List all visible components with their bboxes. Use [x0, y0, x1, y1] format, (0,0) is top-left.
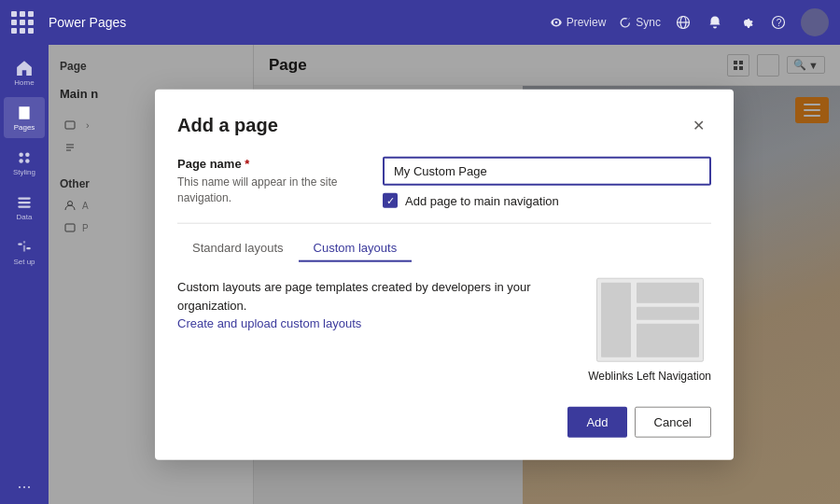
preview-button[interactable]: Preview: [550, 16, 607, 29]
preview-block-bot: [637, 324, 699, 357]
template-card-area: Weblinks Left Navigation: [588, 278, 711, 385]
create-upload-link[interactable]: Create and upload custom layouts: [177, 316, 361, 330]
svg-text:?: ?: [777, 18, 782, 28]
top-bar: Power Pages Preview Sync ?: [0, 0, 840, 45]
modal-divider: [177, 223, 711, 224]
template-name-label: Weblinks Left Navigation: [588, 370, 711, 385]
sidebar-item-pages[interactable]: Pages: [4, 97, 45, 138]
sync-button[interactable]: Sync: [619, 16, 661, 29]
tab-standard-layouts[interactable]: Standard layouts: [177, 235, 299, 262]
app-title: Power Pages: [49, 15, 289, 30]
sidebar-item-styling[interactable]: Styling: [4, 142, 45, 183]
settings-icon[interactable]: [737, 13, 756, 32]
svg-point-9: [25, 159, 30, 163]
page-name-row: Page name * This name will appear in the…: [177, 157, 711, 208]
sidebar-setup-label: Set up: [13, 258, 35, 266]
sidebar-data-label: Data: [17, 213, 33, 221]
preview-block-top: [637, 283, 699, 303]
main-area: Page Main n › Other A: [49, 45, 840, 504]
app-launcher-icon[interactable]: [11, 11, 34, 34]
page-name-label: Page name *: [177, 157, 364, 171]
user-avatar[interactable]: [801, 8, 829, 36]
svg-point-0: [554, 21, 557, 24]
cancel-button[interactable]: Cancel: [635, 406, 711, 437]
sidebar: Home Pages Styling Data Set up ···: [0, 45, 49, 504]
preview-left-nav: [601, 283, 631, 357]
layout-area: Custom layouts are page templates create…: [177, 278, 711, 385]
svg-rect-12: [18, 205, 31, 207]
form-input-col: ✓ Add page to main navigation: [383, 157, 711, 208]
modal-header: Add a page ✕: [177, 112, 711, 138]
preview-right-content: [637, 283, 699, 357]
checkbox-check-icon: ✓: [386, 194, 395, 206]
top-bar-actions: Preview Sync ?: [550, 8, 829, 36]
layout-tabs: Standard layouts Custom layouts: [177, 235, 711, 263]
svg-rect-11: [18, 201, 31, 203]
help-icon[interactable]: ?: [769, 13, 788, 32]
page-name-sublabel: This name will appear in the site naviga…: [177, 175, 364, 206]
form-label-col: Page name * This name will appear in the…: [177, 157, 364, 206]
svg-rect-10: [18, 197, 31, 199]
preview-block-mid: [637, 307, 699, 320]
sidebar-home-label: Home: [14, 78, 34, 87]
add-to-nav-checkbox[interactable]: ✓: [383, 193, 398, 208]
svg-point-6: [19, 152, 23, 157]
sidebar-pages-label: Pages: [14, 123, 35, 132]
template-preview: [596, 278, 704, 362]
page-name-input[interactable]: [383, 157, 711, 186]
modal-footer: Add Cancel: [177, 406, 711, 437]
layout-description-area: Custom layouts are page templates create…: [177, 278, 566, 331]
custom-layouts-desc: Custom layouts are page templates create…: [177, 278, 551, 315]
bell-icon[interactable]: [706, 13, 724, 32]
add-page-modal: Add a page ✕ Page name * This name will …: [155, 90, 734, 460]
add-to-nav-label: Add page to main navigation: [405, 193, 559, 207]
add-to-nav-row: ✓ Add page to main navigation: [383, 193, 711, 208]
template-card-weblinks[interactable]: Weblinks Left Navigation: [588, 278, 711, 385]
modal-title: Add a page: [177, 114, 278, 135]
add-button[interactable]: Add: [567, 406, 626, 437]
required-indicator: *: [245, 157, 249, 171]
tab-custom-layouts[interactable]: Custom layouts: [299, 235, 413, 262]
svg-point-7: [25, 152, 30, 157]
modal-close-button[interactable]: ✕: [685, 112, 711, 138]
svg-rect-14: [26, 247, 31, 249]
sidebar-more-button[interactable]: ···: [17, 477, 31, 497]
sidebar-styling-label: Styling: [13, 168, 35, 176]
sidebar-item-setup[interactable]: Set up: [4, 231, 45, 273]
sidebar-item-data[interactable]: Data: [4, 187, 45, 228]
svg-rect-13: [18, 243, 22, 245]
sidebar-item-home[interactable]: Home: [4, 52, 45, 93]
svg-point-8: [19, 159, 23, 163]
globe-icon[interactable]: [674, 13, 693, 32]
